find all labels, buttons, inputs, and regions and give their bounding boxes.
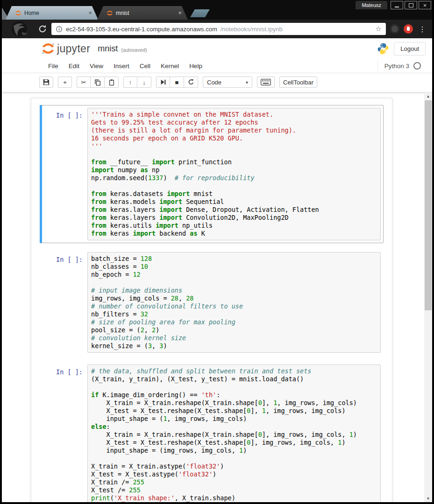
- notebook-toolbar: + ✂ ↑ ↓: [2, 73, 432, 92]
- scissors-icon: ✂: [81, 79, 86, 85]
- tab-strip: Home × mnist ×: [6, 6, 207, 20]
- code-line: input_shape = (1, img_rows, img_cols): [91, 415, 377, 423]
- url-path: /notebooks/mnist.ipynb: [221, 26, 372, 33]
- jupyter-favicon: [107, 10, 113, 16]
- code-cell[interactable]: In [ ]:# the data, shuffled and split be…: [40, 362, 384, 502]
- tab-close-icon[interactable]: ×: [177, 10, 183, 16]
- scrollbar-thumb[interactable]: [425, 100, 432, 310]
- code-line: np.random.seed(1337) # for reproducibili…: [91, 174, 377, 182]
- browser-menu-icon[interactable]: ⋮: [417, 25, 427, 34]
- code-line: # input image dimensions: [91, 287, 377, 294]
- save-button[interactable]: [39, 77, 53, 88]
- window-controls: ×: [391, 1, 431, 9]
- code-text: batch_size = 128nb_classes = 10nb_epoch …: [91, 255, 377, 350]
- celltoolbar-button[interactable]: CellToolbar: [279, 77, 317, 88]
- jupyter-logo[interactable]: jupyter: [57, 42, 90, 55]
- menu-help[interactable]: Help: [184, 60, 207, 72]
- minimize-button[interactable]: [391, 1, 403, 9]
- paste-button[interactable]: [105, 77, 119, 88]
- code-line: X_test = X_test.astype('float32'): [91, 470, 377, 478]
- code-line: '''Trains a simple convnet on the MNIST …: [91, 111, 377, 119]
- menu-file[interactable]: File: [43, 60, 64, 72]
- code-line: X_test = X_test.reshape(X_test.shape[0],…: [91, 407, 377, 415]
- cell-type-value: Code: [207, 79, 221, 86]
- tab-mnist[interactable]: mnist ×: [97, 6, 188, 20]
- run-button[interactable]: [156, 77, 170, 88]
- bookmark-star-icon[interactable]: ☆: [376, 25, 382, 33]
- code-line: from keras.datasets import mnist: [91, 190, 377, 198]
- code-text: '''Trains a simple convnet on the MNIST …: [91, 111, 377, 238]
- menu-bar: FileEditViewInsertCellKernelHelp Python …: [2, 59, 432, 73]
- extension-icon-adblock[interactable]: [404, 24, 413, 34]
- restart-button[interactable]: [184, 77, 198, 88]
- jupyter-header: jupyter mnist (autosaved) Logout: [2, 38, 432, 59]
- cell-code-editor[interactable]: '''Trains a simple convnet on the MNIST …: [87, 108, 381, 240]
- code-line: [91, 182, 377, 190]
- save-icon: [43, 79, 50, 85]
- maximize-icon: [409, 3, 413, 7]
- tab-label: Home: [24, 10, 84, 16]
- tab-close-icon[interactable]: ×: [87, 10, 93, 16]
- tab-home[interactable]: Home ×: [6, 6, 98, 20]
- menu-edit[interactable]: Edit: [64, 60, 85, 72]
- scrollbar[interactable]: ▲ ▼: [424, 92, 432, 502]
- cell-type-dropdown[interactable]: Code ▾: [203, 77, 252, 88]
- code-line: (X_train, y_train), (X_test, y_test) = m…: [91, 375, 377, 383]
- edit-button-group: ✂: [77, 77, 119, 88]
- cell-code-editor[interactable]: # the data, shuffled and split between t…: [87, 364, 381, 502]
- maximize-button[interactable]: [405, 1, 417, 9]
- move-down-button[interactable]: ↓: [137, 77, 151, 88]
- profile-label[interactable]: Mateusz: [356, 1, 387, 9]
- cell-code-editor[interactable]: batch_size = 128nb_classes = 10nb_epoch …: [87, 252, 381, 353]
- command-palette-button[interactable]: [257, 77, 275, 88]
- close-icon: ×: [423, 2, 427, 9]
- jupyter-logo-icon[interactable]: [41, 42, 55, 56]
- python-logo-icon: [377, 42, 389, 55]
- new-tab-button[interactable]: [190, 9, 210, 17]
- code-cell[interactable]: In [ ]:'''Trains a simple convnet on the…: [40, 105, 384, 243]
- theme-artwork-emblem: [7, 21, 34, 37]
- code-line: ''': [91, 142, 377, 150]
- tab-label: mnist: [116, 10, 174, 16]
- move-up-button[interactable]: ↑: [123, 77, 137, 88]
- extension-icon-dark[interactable]: [390, 24, 399, 34]
- code-line: X_train = X_train.astype('float32'): [91, 462, 377, 470]
- menu-insert[interactable]: Insert: [108, 60, 135, 72]
- code-line: nb_filters = 32: [91, 310, 377, 318]
- copy-button[interactable]: [91, 77, 105, 88]
- scrollbar-down-arrow[interactable]: ▼: [424, 495, 432, 502]
- arrow-down-icon: ↓: [142, 79, 146, 85]
- code-line: # size of pooling area for max pooling: [91, 318, 377, 326]
- reload-button[interactable]: [38, 24, 47, 34]
- code-line: pool_size = (2, 2): [91, 326, 377, 334]
- cell-prompt: In [ ]:: [43, 252, 87, 353]
- info-icon[interactable]: [56, 26, 63, 33]
- address-bar[interactable]: ec2-54-93-105-3.eu-central-1.compute.ama…: [51, 23, 386, 35]
- code-line: [91, 279, 377, 287]
- code-line: kernel_size = (3, 3): [91, 342, 377, 350]
- menu-view[interactable]: View: [85, 60, 108, 72]
- code-line: # number of convolutional filters to use: [91, 302, 377, 310]
- stop-button[interactable]: ■: [170, 77, 184, 88]
- code-line: [91, 383, 377, 391]
- copy-icon: [94, 79, 101, 86]
- browser-window: Mateusz × Home × mnist ×: [2, 0, 432, 502]
- insert-cell-button[interactable]: +: [58, 77, 72, 88]
- menu-kernel[interactable]: Kernel: [156, 60, 184, 72]
- run-button-group: ■: [156, 77, 198, 88]
- code-line: batch_size = 128: [91, 255, 377, 263]
- code-cell[interactable]: In [ ]:batch_size = 128nb_classes = 10nb…: [40, 249, 384, 356]
- scrollbar-up-arrow[interactable]: ▲: [424, 92, 432, 100]
- menu-cell[interactable]: Cell: [135, 60, 156, 72]
- logout-button[interactable]: Logout: [394, 42, 426, 56]
- cut-button[interactable]: ✂: [77, 77, 91, 88]
- code-line: print('X_train shape:', X_train.shape): [91, 494, 377, 502]
- close-button[interactable]: ×: [419, 1, 431, 9]
- arrow-up-icon: ↑: [129, 79, 132, 85]
- restart-icon: [188, 79, 194, 85]
- cell-prompt: In [ ]:: [43, 364, 87, 502]
- code-line: X_train /= 255: [91, 478, 377, 486]
- notebook-title[interactable]: mnist: [98, 44, 118, 54]
- kernel-indicator: Python 3: [377, 61, 426, 71]
- menu-bar-items: FileEditViewInsertCellKernelHelp: [43, 60, 207, 72]
